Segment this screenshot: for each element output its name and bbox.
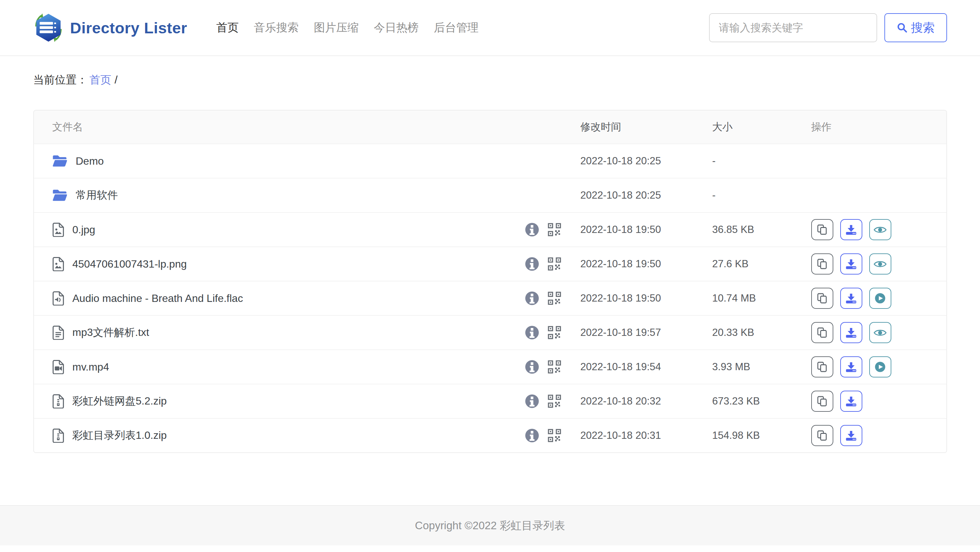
- nav-item-image-compress[interactable]: 图片压缩: [314, 20, 359, 35]
- copy-button[interactable]: [811, 391, 833, 412]
- preview-button[interactable]: [869, 254, 891, 274]
- download-button[interactable]: [840, 391, 862, 412]
- qrcode-icon[interactable]: [547, 223, 562, 236]
- eye-icon: [873, 225, 887, 234]
- breadcrumb-separator: /: [115, 73, 118, 86]
- file-name[interactable]: 彩虹目录列表1.0.zip: [73, 428, 167, 443]
- qrcode-icon[interactable]: [547, 394, 562, 408]
- download-icon: [845, 258, 857, 270]
- brand[interactable]: Directory Lister: [33, 13, 187, 43]
- qrcode-icon[interactable]: [547, 291, 562, 305]
- file-name[interactable]: Demo: [76, 155, 104, 167]
- column-header-actions: 操作: [811, 120, 947, 134]
- table-row[interactable]: mv.mp4: [34, 349, 947, 384]
- column-header-mtime: 修改时间: [581, 120, 712, 134]
- copy-button[interactable]: [811, 425, 833, 446]
- modified-time: 2022-10-18 20:25: [581, 155, 712, 167]
- row-actions: [811, 425, 947, 446]
- zip-file-icon: [52, 429, 64, 443]
- qrcode-icon[interactable]: [547, 257, 562, 271]
- nav-item-hot-list[interactable]: 今日热榜: [374, 20, 418, 35]
- qrcode-icon[interactable]: [547, 429, 562, 442]
- info-icon[interactable]: [525, 256, 539, 271]
- download-icon: [845, 361, 857, 373]
- copy-button[interactable]: [811, 288, 833, 309]
- qrcode-icon[interactable]: [547, 360, 562, 374]
- breadcrumb-home-link[interactable]: 首页: [90, 73, 111, 86]
- download-button[interactable]: [840, 219, 862, 240]
- qrcode-icon[interactable]: [547, 325, 562, 340]
- search-input[interactable]: [709, 13, 877, 42]
- copy-button[interactable]: [811, 356, 833, 378]
- copy-button[interactable]: [811, 219, 833, 240]
- table-row[interactable]: Audio machine - Breath And Life.flac: [34, 281, 947, 315]
- download-icon: [845, 224, 857, 236]
- table-header-row: 文件名 修改时间 大小 操作: [34, 110, 947, 144]
- modified-time: 2022-10-18 19:50: [581, 258, 712, 270]
- download-button[interactable]: [840, 322, 862, 343]
- search-icon: [897, 22, 908, 34]
- modified-time: 2022-10-18 20:32: [581, 395, 712, 407]
- info-icon[interactable]: [525, 359, 539, 375]
- search-button[interactable]: 搜索: [885, 13, 947, 42]
- preview-button[interactable]: [869, 219, 891, 240]
- folder-icon: [52, 155, 67, 167]
- download-button[interactable]: [840, 288, 862, 309]
- nav-item-home[interactable]: 首页: [216, 20, 239, 35]
- row-actions: [811, 356, 947, 378]
- table-row[interactable]: 45047061007431-lp.png: [34, 246, 947, 281]
- download-icon: [845, 327, 857, 338]
- copyright-text: Copyright ©2022 彩虹目录列表: [415, 518, 565, 533]
- download-button[interactable]: [840, 254, 862, 274]
- download-button[interactable]: [840, 425, 862, 446]
- eye-icon: [873, 328, 887, 337]
- download-button[interactable]: [840, 356, 862, 378]
- app-logo-icon: [33, 13, 64, 43]
- file-name[interactable]: mp3文件解析.txt: [73, 325, 150, 340]
- nav-item-admin[interactable]: 后台管理: [434, 20, 479, 35]
- file-size: 10.74 MB: [712, 292, 811, 304]
- modified-time: 2022-10-18 19:50: [581, 292, 712, 304]
- table-row[interactable]: 0.jpg: [34, 212, 947, 246]
- download-icon: [845, 395, 857, 407]
- file-name[interactable]: 45047061007431-lp.png: [73, 258, 187, 270]
- file-size: -: [712, 189, 811, 201]
- copy-icon: [816, 430, 828, 441]
- column-header-filename: 文件名: [34, 120, 525, 134]
- copy-button[interactable]: [811, 254, 833, 274]
- file-name[interactable]: 常用软件: [76, 188, 118, 203]
- play-button[interactable]: [869, 356, 891, 378]
- modified-time: 2022-10-18 19:57: [581, 327, 712, 338]
- file-size: 3.93 MB: [712, 361, 811, 373]
- play-icon: [875, 293, 886, 304]
- play-button[interactable]: [869, 288, 891, 309]
- table-row[interactable]: 彩虹目录列表1.0.zip: [34, 418, 947, 452]
- info-icon[interactable]: [525, 325, 539, 340]
- download-icon: [845, 429, 857, 442]
- copy-icon: [816, 327, 828, 338]
- preview-button[interactable]: [869, 322, 891, 343]
- row-actions: [811, 322, 947, 343]
- file-name[interactable]: Audio machine - Breath And Life.flac: [73, 292, 243, 305]
- row-actions: [811, 219, 947, 240]
- info-icon[interactable]: [525, 394, 539, 409]
- table-row[interactable]: mp3文件解析.txt: [34, 315, 947, 349]
- table-row[interactable]: 彩虹外链网盘5.2.zip: [34, 384, 947, 418]
- search-bar: 搜索: [709, 13, 947, 42]
- info-icon[interactable]: [525, 428, 539, 443]
- table-row[interactable]: 常用软件 2022-10-18 20:25 -: [34, 178, 947, 212]
- table-row[interactable]: Demo 2022-10-18 20:25 -: [34, 144, 947, 178]
- file-name[interactable]: 0.jpg: [73, 224, 95, 236]
- nav-item-music-search[interactable]: 音乐搜索: [254, 20, 299, 35]
- play-icon: [875, 361, 886, 373]
- info-icon[interactable]: [525, 222, 539, 237]
- file-name[interactable]: mv.mp4: [73, 361, 109, 373]
- download-icon: [845, 292, 857, 304]
- file-name[interactable]: 彩虹外链网盘5.2.zip: [73, 394, 167, 408]
- zip-file-icon: [52, 394, 64, 408]
- copy-button[interactable]: [811, 322, 833, 343]
- info-icon[interactable]: [525, 291, 539, 306]
- modified-time: 2022-10-18 19:54: [581, 361, 712, 373]
- copy-icon: [816, 293, 828, 304]
- image-file-icon: [52, 223, 64, 237]
